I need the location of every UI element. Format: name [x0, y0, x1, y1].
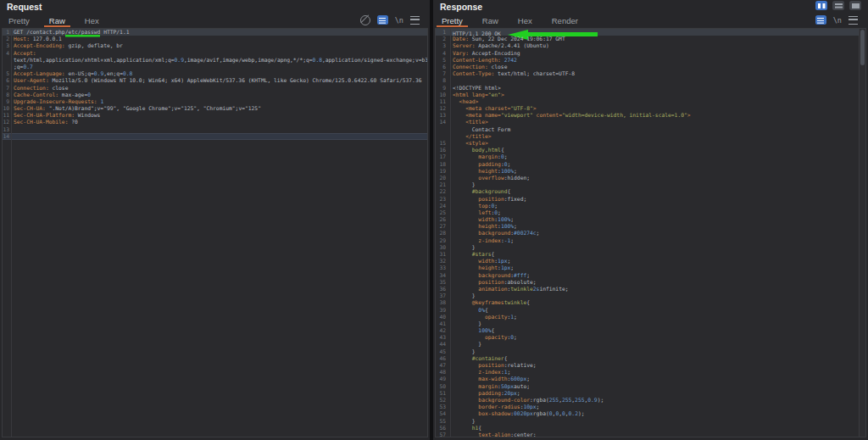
newline-icon[interactable]: \n [833, 16, 842, 25]
code-line[interactable]: 42 100%{ [436, 327, 865, 334]
code-line[interactable]: 41 } [436, 320, 865, 327]
code-line[interactable]: 23 position:fixed; [436, 196, 865, 203]
code-line[interactable]: 53 border-radius:10px; [436, 404, 865, 410]
line-text: Upgrade-Insecure-Requests: 1 [11, 98, 103, 105]
code-line[interactable]: 1HTTP/1.1 200 OK [436, 29, 865, 36]
code-line[interactable]: text/html,application/xhtml+xml,applicat… [3, 57, 427, 64]
tab-raw[interactable]: Raw [44, 13, 70, 27]
word-wrap-icon[interactable] [377, 15, 388, 25]
code-line[interactable]: 38 @keyframestwinkle{ [436, 299, 865, 306]
code-line[interactable]: 22 #background{ [436, 188, 865, 195]
code-line[interactable]: 29 z-index:-1; [436, 237, 865, 244]
code-line[interactable]: 57 text-align:center; [436, 432, 865, 437]
tab-render[interactable]: Render [547, 13, 583, 27]
code-line[interactable]: 24 top:0; [436, 203, 865, 209]
code-line[interactable]: 36 animation:twinkle2sinfinite; [436, 286, 865, 292]
code-line[interactable]: 26 width:100%; [436, 216, 865, 223]
code-line[interactable]: 27 height:100%; [436, 223, 865, 230]
code-line[interactable]: 11Sec-CH-UA-Platform: Windows [3, 112, 427, 119]
code-line[interactable]: 43 opacity:0; [436, 334, 865, 341]
code-line[interactable]: 6User-Agent: Mozilla/5.0 (Windows NT 10.… [3, 77, 427, 84]
code-line[interactable]: Contact Form [436, 126, 865, 133]
code-line[interactable]: 10Sec-CH-UA: ".Not/A)Brand";v="99", "Goo… [3, 105, 427, 112]
code-line[interactable]: 12 <meta charset="UTF-8"> [436, 105, 865, 112]
code-line[interactable]: 7Connection: close [3, 85, 427, 92]
code-line[interactable]: 13 [3, 126, 427, 133]
code-line[interactable]: 50 margin:50pxauto; [436, 383, 865, 390]
code-line[interactable]: 11 <head> [436, 98, 865, 105]
disable-highlight-icon[interactable] [360, 15, 370, 25]
code-line[interactable]: 31 #stars{ [436, 251, 865, 258]
code-line[interactable]: 7Content-Type: text/html; charset=UTF-8 [436, 70, 865, 77]
code-line[interactable]: 2Date: Sun, 22 Dec 2024 19:06:17 GMT [436, 36, 865, 42]
code-line[interactable]: 47 position:relative; [436, 362, 865, 369]
code-line[interactable]: 33 height:1px; [436, 265, 865, 271]
code-line[interactable]: 6Connection: close [436, 64, 865, 70]
tab-hex[interactable]: Hex [513, 13, 537, 27]
code-line[interactable]: 30 } [436, 244, 865, 251]
code-line[interactable]: 49 max-width:600px; [436, 376, 865, 382]
code-line[interactable]: 56 h1{ [436, 425, 865, 432]
code-line[interactable]: 2Host: 127.0.0.1 [3, 36, 427, 42]
code-line[interactable]: 10<html lang="en"> [436, 92, 865, 98]
code-line[interactable]: 51 padding:20px; [436, 390, 865, 397]
vertical-scrollbar[interactable] [859, 29, 865, 437]
code-line[interactable]: 9<!DOCTYPE html> [436, 85, 865, 92]
code-line[interactable]: 21 } [436, 181, 865, 188]
menu-icon[interactable] [849, 16, 858, 25]
code-line[interactable]: ;q=0.7 [3, 64, 427, 70]
line-text: } [450, 341, 481, 348]
code-line[interactable]: 35 position:absolute; [436, 279, 865, 286]
code-line[interactable]: 15 <style> [436, 140, 865, 147]
menu-icon[interactable] [410, 16, 420, 25]
code-line[interactable]: 34 background:#fff; [436, 272, 865, 279]
layout-rows-icon[interactable] [832, 1, 844, 10]
code-line[interactable]: 55 } [436, 418, 865, 425]
code-line[interactable]: 46 #container{ [436, 355, 865, 362]
code-line[interactable]: 13 <meta name="viewport" content="width=… [436, 112, 865, 119]
code-line[interactable]: 5Accept-Language: en-US;q=0.9,en;q=0.8 [3, 70, 427, 77]
line-number: 54 [436, 410, 450, 417]
scrollbar-thumb[interactable] [860, 30, 865, 65]
code-line[interactable]: 14 [3, 133, 427, 140]
layout-columns-icon[interactable] [815, 1, 827, 10]
tab-hex[interactable]: Hex [80, 13, 104, 27]
code-line[interactable]: 18 padding:0; [436, 161, 865, 168]
code-line[interactable]: 16 body,html{ [436, 147, 865, 153]
code-line[interactable]: 48 z-index:1; [436, 369, 865, 376]
tab-pretty[interactable]: Pretty [437, 13, 468, 27]
code-line[interactable]: 5Content-Length: 2742 [436, 57, 865, 64]
code-line[interactable]: 3Accept-Encoding: gzip, deflate, br [3, 42, 427, 49]
code-line[interactable]: 14 <title> [436, 119, 865, 125]
code-line[interactable]: 44 } [436, 341, 865, 348]
code-line[interactable]: 3Server: Apache/2.4.41 (Ubuntu) [436, 42, 865, 49]
code-line[interactable]: 17 margin:0; [436, 153, 865, 160]
code-line[interactable]: 12Sec-CH-UA-Mobile: ?0 [3, 119, 427, 125]
code-line[interactable]: 45 } [436, 348, 865, 355]
tab-raw[interactable]: Raw [477, 13, 504, 27]
code-line[interactable]: 4Vary: Accept-Encoding [436, 50, 865, 57]
code-line[interactable]: 8Cache-Control: max-age=0 [3, 92, 427, 98]
request-editor[interactable]: 1GET /contact.php/etc/passwd HTTP/1.12Ho… [2, 28, 428, 437]
layout-single-icon[interactable] [849, 1, 861, 10]
newline-icon[interactable]: \n [395, 16, 403, 25]
tab-pretty[interactable]: Pretty [3, 13, 35, 27]
code-line[interactable]: 20 overflow:hidden; [436, 175, 865, 181]
code-line[interactable]: 39 0%{ [436, 307, 865, 314]
code-line[interactable]: 19 height:100%; [436, 168, 865, 175]
code-line[interactable]: 40 opacity:1; [436, 314, 865, 320]
code-line[interactable]: 1GET /contact.php/etc/passwd HTTP/1.1 [3, 29, 427, 36]
code-line[interactable]: 8 [436, 77, 865, 84]
line-text: #background{ [450, 188, 510, 195]
code-line[interactable]: 52 background-color:rgba(255,255,255,0.9… [436, 397, 865, 404]
word-wrap-icon[interactable] [815, 15, 826, 25]
code-line[interactable]: 28 background:#00274c; [436, 230, 865, 237]
code-line[interactable]: 25 left:0; [436, 209, 865, 216]
code-line[interactable]: 54 box-shadow:0020pxrgba(0,0,0,0.2); [436, 410, 865, 417]
response-editor[interactable]: 1HTTP/1.1 200 OK2Date: Sun, 22 Dec 2024 … [435, 28, 866, 437]
code-line[interactable]: 4Accept: [3, 50, 427, 57]
code-line[interactable]: </title> [436, 133, 865, 140]
code-line[interactable]: 9Upgrade-Insecure-Requests: 1 [3, 98, 427, 105]
code-line[interactable]: 37 } [436, 292, 865, 299]
code-line[interactable]: 32 width:1px; [436, 258, 865, 265]
